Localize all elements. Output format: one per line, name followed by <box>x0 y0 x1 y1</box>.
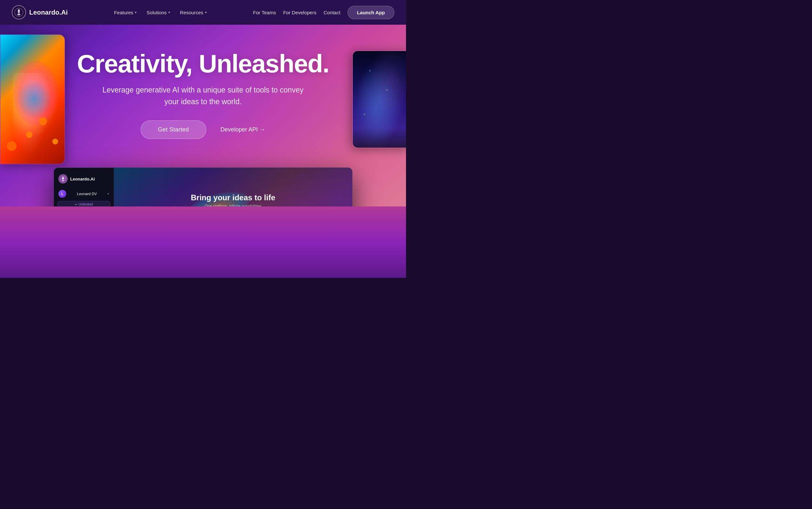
app-sidebar: Leonardo.Ai L Leonard DV ▾ ∞ Unlimited ⌂… <box>54 168 114 206</box>
svg-point-4 <box>19 11 20 12</box>
nav-contact[interactable]: Contact <box>324 10 340 15</box>
bottom-fill <box>0 206 406 278</box>
app-mockup: Leonardo.Ai L Leonard DV ▾ ∞ Unlimited ⌂… <box>54 168 352 206</box>
hero-subtitle: Leverage generative AI with a unique sui… <box>96 84 310 107</box>
hero-section: + + Creativity <box>0 25 406 206</box>
chevron-down-icon: ▾ <box>135 10 137 14</box>
nav-resources[interactable]: Resources ▾ <box>175 7 212 18</box>
brand-logo[interactable]: Leonardo.Ai <box>12 5 68 20</box>
sidebar-user-row[interactable]: L Leonard DV ▾ <box>54 188 114 200</box>
app-banner-title: Bring your ideas to life <box>191 193 275 202</box>
sidebar-logo: Leonardo.Ai <box>54 172 114 188</box>
nav-features[interactable]: Features ▾ <box>109 7 141 18</box>
chevron-down-icon: ▾ <box>205 10 207 14</box>
get-started-button[interactable]: Get Started <box>141 121 206 139</box>
nav-for-developers[interactable]: For Developers <box>283 10 317 15</box>
nav-solutions[interactable]: Solutions ▾ <box>142 7 175 18</box>
navbar: Leonardo.Ai Features ▾ Solutions ▾ Resou… <box>0 0 406 25</box>
svg-point-6 <box>62 180 64 181</box>
hero-left-image <box>0 34 65 164</box>
app-main: Bring your ideas to life One platform, i… <box>114 168 352 206</box>
launch-app-button[interactable]: Launch App <box>348 6 394 19</box>
sidebar-logo-text: Leonardo.Ai <box>70 177 95 181</box>
hero-right-image <box>352 50 406 148</box>
developer-api-link[interactable]: Developer API → <box>221 126 265 133</box>
chevron-down-icon: ▾ <box>107 192 109 195</box>
logo-icon <box>12 5 26 20</box>
app-mockup-wrapper: Leonardo.Ai L Leonard DV ▾ ∞ Unlimited ⌂… <box>54 168 352 206</box>
app-banner: Bring your ideas to life One platform, i… <box>114 168 352 206</box>
unlimited-badge: ∞ Unlimited <box>57 201 110 206</box>
chevron-down-icon: ▾ <box>168 10 170 14</box>
hero-title: Creativity, Unleashed. <box>77 50 329 77</box>
user-name: Leonard DV <box>68 192 105 196</box>
nav-right: For Teams For Developers Contact Launch … <box>253 6 394 19</box>
hero-buttons: Get Started Developer API → <box>77 121 329 139</box>
svg-point-3 <box>18 11 19 12</box>
infinity-icon: ∞ <box>75 202 77 206</box>
brand-name: Leonardo.Ai <box>29 9 68 16</box>
user-avatar: L <box>59 190 66 198</box>
hero-content: Creativity, Unleashed. Leverage generati… <box>77 50 329 139</box>
app-banner-subtitle: One platform, infinite possibilities <box>205 204 261 206</box>
nav-for-teams[interactable]: For Teams <box>253 10 276 15</box>
sidebar-logo-icon <box>59 174 68 183</box>
nav-links: Features ▾ Solutions ▾ Resources ▾ <box>109 7 212 18</box>
